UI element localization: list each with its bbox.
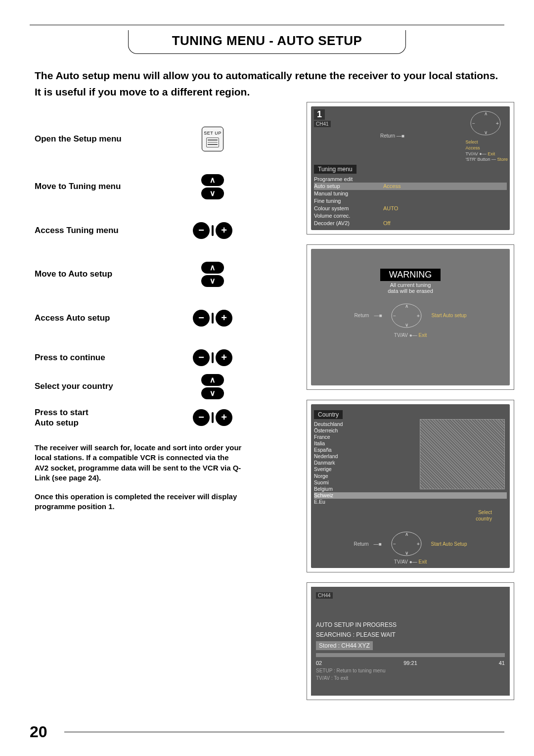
osd-tuning-menu: 1 CH41 ∧ ∨ − + Select Access TV/A [307, 102, 514, 235]
menu-item: Fine tuning [314, 197, 383, 205]
dpad-icon: ∧ ∨ − + [387, 529, 426, 559]
steps-column: Open the Setup menu SET UP Move to Tunin… [35, 127, 247, 521]
osd-warning: WARNING All current tuning data will be … [307, 244, 514, 390]
legend-access: Access [466, 145, 480, 150]
plus-icon: + [216, 310, 232, 327]
minus-icon: − [193, 409, 210, 426]
progress-v1: 02 [316, 660, 322, 666]
page-number: 20 [30, 723, 47, 741]
legend-tvav: TV/AV [394, 559, 408, 565]
svg-text:∧: ∧ [404, 531, 408, 537]
svg-text:−: − [472, 121, 475, 126]
warning-title: WARNING [380, 269, 441, 281]
step-label-b: Auto setup [35, 418, 79, 427]
menu-item: Programme edit [314, 176, 383, 183]
progress-v3: 41 [499, 660, 505, 666]
legend-exit: Exit [419, 559, 427, 565]
step-label-a: Press to start [35, 408, 89, 417]
svg-text:−: − [393, 541, 396, 547]
step-label: Access Auto setup [35, 313, 183, 323]
osd-channel-badge: CH41 [314, 121, 331, 127]
progress-v2: 99:21 [403, 660, 417, 666]
progress-hint2: TV/AV : To exit [316, 675, 505, 681]
osd-channel-badge: CH44 [316, 592, 333, 599]
menu-value: AUTO [383, 205, 398, 212]
up-down-icon: ∧ ∨ [201, 174, 224, 199]
manual-page: TUNING MENU - AUTO SETUP The Auto setup … [0, 0, 534, 756]
menu-item: Manual tuning [314, 190, 383, 197]
menu-item: Colour system [314, 205, 383, 212]
menu-value: Access [383, 183, 400, 190]
warning-sub1: All current tuning [314, 282, 507, 288]
plus-icon: + [216, 409, 232, 426]
progress-line2: SEARCHING : PLEASE WAIT [316, 631, 505, 638]
svg-text:+: + [496, 121, 499, 126]
svg-text:∨: ∨ [404, 550, 408, 556]
step-label: Move to Auto setup [35, 269, 183, 279]
progress-stored: Stored : CH44 XYZ [316, 641, 373, 650]
svg-text:∧: ∧ [484, 111, 487, 116]
progress-hint1: SETUP : Return to tuning menu [316, 668, 505, 673]
svg-text:∨: ∨ [405, 322, 408, 328]
plus-icon: + [216, 349, 232, 366]
down-pill-icon: ∨ [201, 188, 224, 199]
menu-value: Off [383, 220, 390, 227]
legend-start: Start Auto setup [431, 313, 466, 318]
up-pill-icon: ∧ [201, 374, 224, 386]
setup-button-icon: SET UP [202, 127, 223, 151]
step-label: Press to start Auto setup [35, 407, 183, 428]
page-title-box: TUNING MENU - AUTO SETUP [128, 30, 406, 54]
intro-line-1: The Auto setup menu will allow you to au… [35, 69, 499, 82]
osd-column: 1 CH41 ∧ ∨ − + Select Access TV/A [307, 102, 514, 710]
minus-plus-icon: − + [193, 349, 232, 366]
step-label: Open the Setup menu [35, 134, 183, 144]
step-label: Press to continue [35, 352, 183, 363]
legend-exit: Exit [488, 151, 495, 156]
up-down-icon: ∧ ∨ [201, 262, 224, 287]
minus-plus-icon: − + [193, 409, 232, 426]
minus-plus-icon: − + [193, 222, 232, 239]
minus-icon: − [193, 349, 210, 366]
step-select-country: Select your country ∧ ∨ [35, 374, 247, 399]
country-item: E.Eu [314, 499, 507, 505]
osd-menu-list: Programme edit Auto setupAccess Manual t… [314, 176, 507, 227]
legend-select: Select [478, 510, 492, 515]
minus-plus-icon: − + [193, 310, 232, 327]
step-move-autosetup: Move to Auto setup ∧ ∨ [35, 262, 247, 287]
legend-store: Store [497, 157, 508, 162]
legend-return: Return [354, 541, 369, 547]
svg-text:+: + [417, 541, 420, 547]
step-label: Select your country [35, 381, 183, 391]
top-rule [30, 25, 504, 25]
down-pill-icon: ∨ [201, 387, 224, 399]
after-p2: Once this operation is completed the rec… [35, 492, 242, 512]
up-pill-icon: ∧ [201, 174, 224, 186]
svg-text:∨: ∨ [484, 130, 487, 135]
osd-country: Country Deutschland Österreich France It… [307, 400, 514, 573]
intro-line-2: It is useful if you move to a different … [35, 85, 499, 98]
legend-select: Select [466, 140, 478, 144]
step-open-setup: Open the Setup menu SET UP [35, 127, 247, 151]
osd-progress: CH44 AUTO SETUP IN PROGRESS SEARCHING : … [307, 582, 514, 700]
minus-icon: − [193, 222, 210, 239]
setup-button-label: SET UP [204, 131, 221, 136]
legend-str: 'STR' Button [466, 157, 490, 162]
up-down-icon: ∧ ∨ [201, 374, 224, 399]
menu-item: Decoder (AV2) [314, 220, 383, 227]
after-p1: The receiver will search for, locate and… [35, 443, 242, 483]
step-press-continue: Press to continue − + [35, 349, 247, 366]
after-text: The receiver will search for, locate and… [35, 443, 242, 512]
page-title: TUNING MENU - AUTO SETUP [172, 33, 362, 48]
step-access-tuning: Access Tuning menu − + [35, 222, 247, 239]
step-press-start: Press to start Auto setup − + [35, 407, 247, 428]
up-pill-icon: ∧ [201, 262, 224, 274]
svg-text:∧: ∧ [405, 303, 408, 309]
osd-nav-cluster: Return —■ ∧ ∨ − + Start Auto setup [314, 301, 507, 331]
legend-exit: Exit [419, 332, 427, 338]
legend-tvav: TV/AV [394, 332, 408, 338]
dpad-icon: ∧ ∨ − + [387, 301, 426, 331]
osd-prog-number: 1 [314, 109, 325, 120]
legend-tvav: TV/AV [466, 151, 478, 156]
osd-bottom-legend: Select country Return —■ ∧ ∨ − + [314, 509, 507, 565]
plus-icon: + [216, 222, 232, 239]
